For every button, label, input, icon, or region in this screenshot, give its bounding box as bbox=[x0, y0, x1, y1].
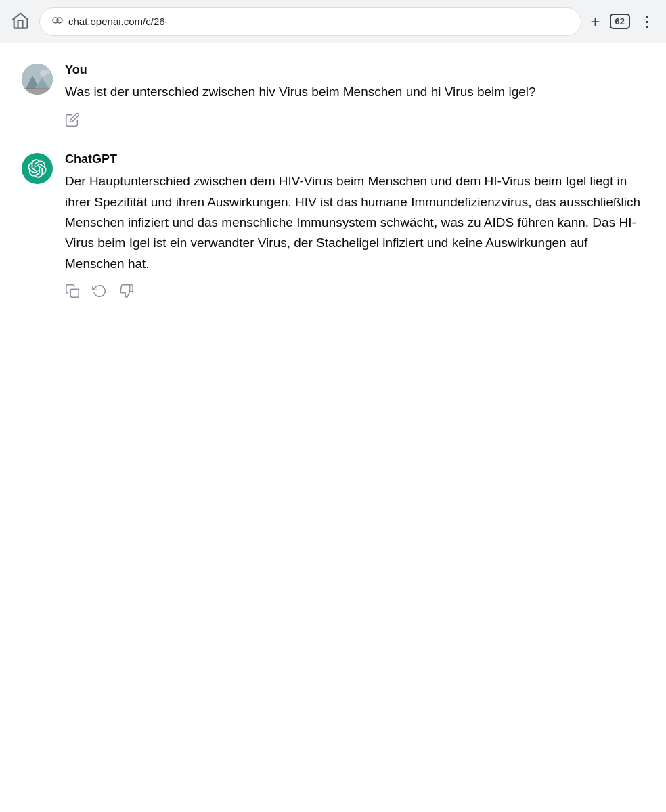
user-message-row: You Was ist der unterschied zwischen hiv… bbox=[22, 62, 644, 127]
thumbs-down-icon[interactable] bbox=[119, 284, 134, 298]
home-icon[interactable] bbox=[11, 11, 30, 32]
assistant-message-row: ChatGPT Der Hauptunterschied zwischen de… bbox=[22, 152, 644, 298]
chat-content: You Was ist der unterschied zwischen hiv… bbox=[0, 43, 666, 342]
assistant-message-actions bbox=[65, 284, 644, 298]
url-text: chat.openai.com/c/26· bbox=[68, 16, 569, 27]
svg-rect-8 bbox=[70, 289, 79, 297]
browser-chrome: chat.openai.com/c/26· + 62 ⋮ bbox=[0, 0, 666, 43]
svg-point-1 bbox=[57, 18, 62, 23]
new-tab-button[interactable]: + bbox=[591, 12, 600, 31]
chatgpt-avatar bbox=[22, 153, 53, 184]
user-message-actions bbox=[65, 112, 644, 127]
address-bar[interactable]: chat.openai.com/c/26· bbox=[39, 7, 581, 36]
security-icon bbox=[52, 15, 63, 28]
user-message-text: Was ist der unterschied zwischen hiv Vir… bbox=[65, 82, 644, 102]
edit-icon[interactable] bbox=[65, 112, 80, 127]
assistant-message-text: Der Hauptunterschied zwischen dem HIV-Vi… bbox=[65, 171, 644, 274]
user-sender-label: You bbox=[65, 62, 644, 78]
tab-count-badge[interactable]: 62 bbox=[610, 14, 630, 29]
regenerate-icon[interactable] bbox=[92, 284, 107, 298]
copy-icon[interactable] bbox=[65, 284, 80, 298]
assistant-message-content: ChatGPT Der Hauptunterschied zwischen de… bbox=[65, 152, 644, 298]
user-avatar bbox=[22, 64, 53, 95]
svg-point-6 bbox=[45, 69, 50, 74]
browser-menu-button[interactable]: ⋮ bbox=[640, 13, 655, 30]
svg-rect-7 bbox=[22, 88, 53, 95]
assistant-sender-label: ChatGPT bbox=[65, 152, 644, 167]
user-message-content: You Was ist der unterschied zwischen hiv… bbox=[65, 62, 644, 127]
